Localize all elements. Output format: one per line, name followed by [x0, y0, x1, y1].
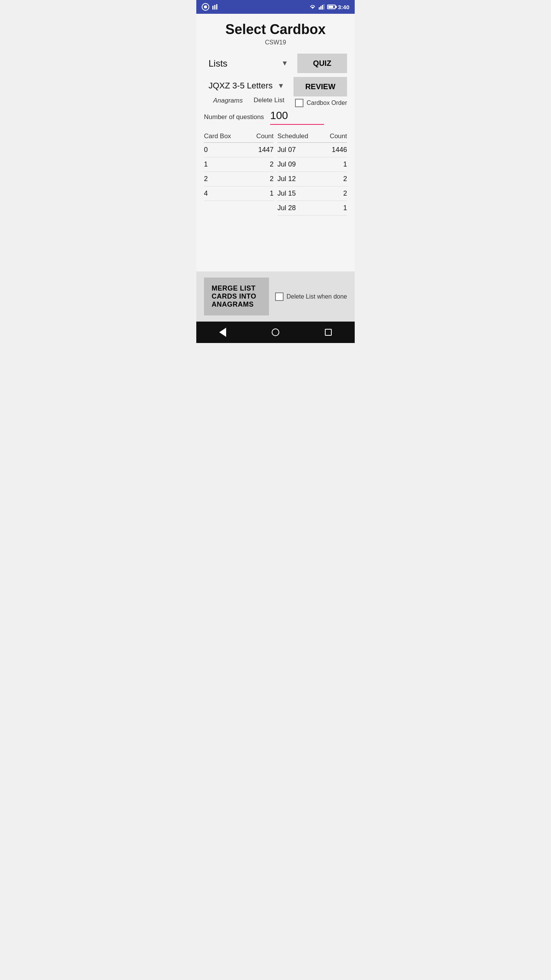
- status-bar-left: [202, 3, 219, 11]
- list-dropdown-arrow: ▼: [277, 82, 284, 90]
- delete-when-done-row: Delete List when done: [275, 292, 347, 301]
- lists-dropdown-arrow: ▼: [281, 59, 288, 67]
- table-row: Jul 15 2: [277, 186, 347, 201]
- recents-button[interactable]: [319, 325, 338, 340]
- table-row: Jul 07 1446: [277, 143, 347, 157]
- bottom-action-bar: MERGE LIST CARDS INTO ANAGRAMS Delete Li…: [196, 271, 355, 322]
- table-row: 1 2: [204, 157, 274, 172]
- cardbox-row0-count: 1447: [258, 146, 274, 154]
- cardbox-row0-box: 0: [204, 146, 208, 154]
- sched-row3-count: 2: [343, 189, 347, 198]
- questions-row: Number of questions: [204, 109, 347, 125]
- cardbox-order-label: Cardbox Order: [306, 99, 347, 106]
- cardbox-table: Card Box Count 0 1447 1 2 2 2 4 1: [204, 132, 274, 216]
- scheduled-table-header: Scheduled Count: [277, 132, 347, 143]
- cardbox-col1-header: Card Box: [204, 132, 231, 140]
- sched-row2-date: Jul 12: [277, 175, 296, 183]
- back-icon: [219, 328, 226, 337]
- home-icon: [272, 328, 279, 336]
- cardbox-row2-box: 2: [204, 175, 208, 183]
- svg-rect-2: [216, 4, 217, 10]
- delete-when-done-checkbox[interactable]: [275, 292, 284, 301]
- cardbox-row3-count: 1: [270, 189, 274, 198]
- svg-rect-6: [323, 4, 324, 10]
- list-dropdown-label: JQXZ 3-5 Letters: [209, 81, 273, 91]
- svg-rect-3: [319, 7, 320, 10]
- sim-icon: [212, 4, 219, 10]
- page-subtitle: CSW19: [204, 39, 347, 46]
- notification-icon: [202, 3, 209, 11]
- input-underline: [270, 124, 324, 125]
- table-row: 0 1447: [204, 143, 274, 157]
- table-row: 4 1: [204, 186, 274, 201]
- back-button[interactable]: [213, 325, 232, 340]
- status-time: 3:40: [338, 4, 349, 10]
- nav-bar: [196, 322, 355, 343]
- table-row: Jul 28 1: [277, 201, 347, 216]
- questions-input-wrapper: [270, 109, 347, 125]
- cardbox-order-checkbox[interactable]: [295, 99, 303, 107]
- right-controls: REVIEW Cardbox Order: [293, 77, 347, 107]
- svg-rect-1: [214, 5, 215, 10]
- status-bar: 3:40: [196, 0, 355, 14]
- scheduled-col2-header: Count: [330, 132, 347, 140]
- sched-row2-count: 2: [343, 175, 347, 183]
- battery-icon: [327, 5, 336, 9]
- cardbox-row1-box: 1: [204, 160, 208, 168]
- page-title: Select Cardbox: [204, 21, 347, 38]
- review-button[interactable]: REVIEW: [293, 77, 347, 96]
- spacer: [204, 222, 347, 271]
- cardbox-table-header: Card Box Count: [204, 132, 274, 143]
- quiz-button[interactable]: QUIZ: [297, 54, 347, 73]
- sched-row1-count: 1: [343, 160, 347, 168]
- list-dropdown[interactable]: JQXZ 3-5 Letters ▼: [204, 77, 289, 95]
- cardbox-order-row: Cardbox Order: [293, 99, 347, 107]
- main-content: Select Cardbox CSW19 Lists ▼ QUIZ JQXZ 3…: [196, 14, 355, 271]
- svg-rect-5: [322, 5, 323, 10]
- sched-row3-date: Jul 15: [277, 189, 296, 198]
- sched-row0-count: 1446: [332, 146, 347, 154]
- svg-rect-4: [320, 6, 321, 10]
- signal-icon: [319, 4, 325, 10]
- table-row: Jul 09 1: [277, 157, 347, 172]
- second-controls-row: JQXZ 3-5 Letters ▼ Anagrams Delete List …: [204, 77, 347, 107]
- scheduled-col1-header: Scheduled: [277, 132, 308, 140]
- cardbox-col2-header: Count: [256, 132, 274, 140]
- sched-row4-date: Jul 28: [277, 204, 296, 212]
- cardbox-row2-count: 2: [270, 175, 274, 183]
- sched-row4-count: 1: [343, 204, 347, 212]
- wifi-icon: [309, 4, 316, 10]
- table-row: Jul 12 2: [277, 172, 347, 186]
- status-bar-right: 3:40: [309, 4, 349, 10]
- delete-list-label: Delete List: [254, 96, 284, 104]
- lists-dropdown[interactable]: Lists ▼: [204, 54, 293, 73]
- scheduled-table: Scheduled Count Jul 07 1446 Jul 09 1 Jul…: [277, 132, 347, 216]
- delete-when-done-label: Delete List when done: [287, 293, 347, 300]
- home-button[interactable]: [266, 325, 285, 340]
- sched-row0-date: Jul 07: [277, 146, 296, 154]
- questions-input[interactable]: [270, 109, 347, 123]
- tables-container: Card Box Count 0 1447 1 2 2 2 4 1: [204, 132, 347, 216]
- sched-row1-date: Jul 09: [277, 160, 296, 168]
- questions-label: Number of questions: [204, 113, 264, 121]
- list-selector: JQXZ 3-5 Letters ▼ Anagrams Delete List: [204, 77, 289, 105]
- table-row: 2 2: [204, 172, 274, 186]
- recents-icon: [325, 329, 332, 336]
- svg-rect-0: [212, 6, 214, 10]
- top-controls-row: Lists ▼ QUIZ: [204, 54, 347, 73]
- cardbox-row1-count: 2: [270, 160, 274, 168]
- merge-button[interactable]: MERGE LIST CARDS INTO ANAGRAMS: [204, 278, 269, 315]
- cardbox-row3-box: 4: [204, 189, 208, 198]
- lists-dropdown-label: Lists: [209, 58, 227, 69]
- anagrams-label: Anagrams: [209, 97, 243, 105]
